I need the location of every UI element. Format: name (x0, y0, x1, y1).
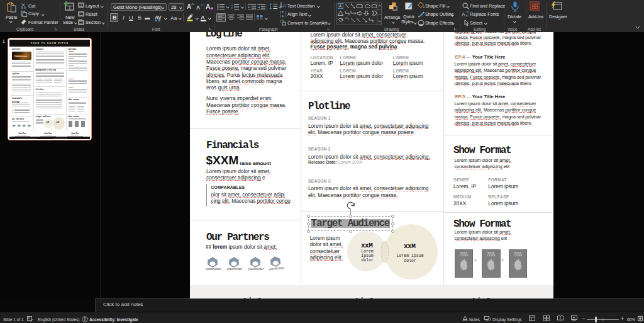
svg-text:A: A (339, 4, 342, 8)
svg-text:A: A (283, 3, 287, 9)
svg-text:A: A (28, 317, 30, 320)
svg-text:A: A (462, 11, 465, 18)
